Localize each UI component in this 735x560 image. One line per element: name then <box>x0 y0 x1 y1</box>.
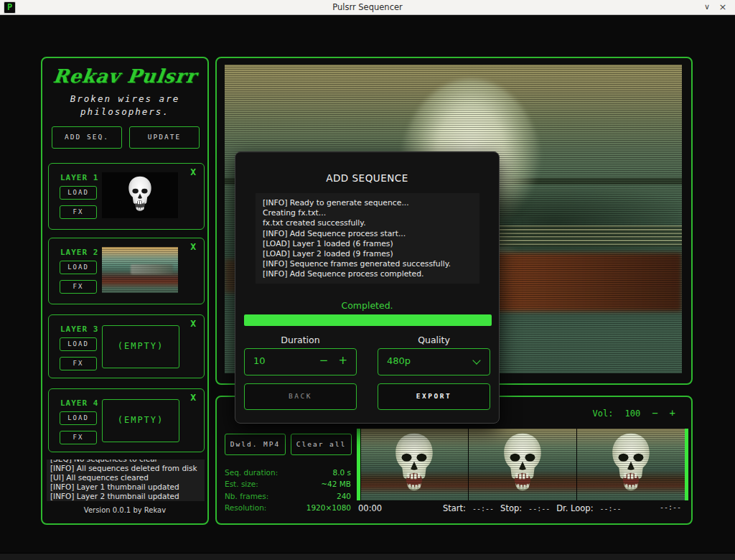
layer-card-3: X LAYER 3 LOAD FX (EMPTY) <box>48 314 205 378</box>
timeline-frame[interactable] <box>469 429 576 500</box>
layer-2-load-button[interactable]: LOAD <box>60 261 97 274</box>
add-sequence-dialog: ADD SEQUENCE [INFO] Ready to generate se… <box>235 151 500 424</box>
log-line: [LOAD] Layer 2 loaded (9 frames) <box>263 249 472 259</box>
volume-plus-button[interactable]: + <box>670 407 675 419</box>
window-title: Pulsrr Sequencer <box>0 0 735 15</box>
stat-value: 1920×1080 <box>306 502 351 513</box>
quality-value: 480p <box>387 355 411 366</box>
stat-value: 240 <box>337 490 351 502</box>
end-time: --:-- <box>660 503 681 511</box>
minimize-icon[interactable]: ∨ <box>699 0 715 15</box>
layer-3-close-button[interactable]: X <box>190 318 196 329</box>
timeline-end-marker[interactable] <box>685 429 688 500</box>
layer-4-load-button[interactable]: LOAD <box>60 411 97 425</box>
stat-label: Resolution: <box>225 502 266 513</box>
stat-value: ~42 MB <box>321 478 351 490</box>
add-seq-button[interactable]: ADD SEQ. <box>52 126 122 149</box>
stat-label: Seq. duration: <box>225 467 278 478</box>
skull-icon <box>122 175 158 215</box>
duration-value[interactable]: 10 <box>253 355 266 366</box>
log-line: [LOAD] Layer 1 loaded (6 frames) <box>263 239 472 249</box>
stat-label: Nb. frames: <box>225 490 268 502</box>
stop-label: Stop: <box>500 503 522 513</box>
log-line: [UI] All sequences cleared <box>50 473 201 482</box>
layer-4-fx-button[interactable]: FX <box>60 431 97 444</box>
layer-1-close-button[interactable]: X <box>190 167 196 177</box>
stat-label: Est. size: <box>225 478 258 490</box>
app-logo: Rekav Pulsrr <box>41 65 209 87</box>
quality-select[interactable]: 480p <box>378 348 490 375</box>
loop-value: --:-- <box>600 505 622 513</box>
log-line: [INFO] All sequences deleted from disk <box>50 464 201 473</box>
layer-2-fx-button[interactable]: FX <box>60 280 97 294</box>
download-mp4-button[interactable]: Dwld. MP4 <box>225 434 286 455</box>
layer-3-fx-button[interactable]: FX <box>60 357 97 370</box>
layer-card-2: X LAYER 2 LOAD FX <box>48 238 205 304</box>
timeline-strip[interactable] <box>357 429 688 500</box>
layer-3-empty-placeholder: (EMPTY) <box>102 325 179 368</box>
volume-label: Vol: <box>593 409 614 419</box>
window-titlebar: P Pulsrr Sequencer ∨ × <box>0 0 735 15</box>
layer-1-thumbnail <box>102 172 178 218</box>
layer-2-close-button[interactable]: X <box>190 241 196 252</box>
log-line: [INFO] Layer 2 thumbnail updated <box>50 492 201 501</box>
duration-field[interactable]: 10 − + <box>244 348 357 375</box>
stop-value: --:-- <box>528 505 550 513</box>
duration-label: Duration <box>244 335 357 345</box>
back-button[interactable]: BACK <box>244 383 357 410</box>
quality-label: Quality <box>378 335 490 345</box>
timeline-frame[interactable] <box>577 429 685 500</box>
dialog-title: ADD SEQUENCE <box>235 172 499 184</box>
layer-4-empty-placeholder: (EMPTY) <box>102 399 179 442</box>
timeline-frame[interactable] <box>361 429 469 500</box>
layer-1-title: LAYER 1 <box>60 173 98 182</box>
log-line: fx.txt created successfully. <box>263 218 472 228</box>
tagline: Broken wires are philosophers. <box>42 93 207 118</box>
stat-value: 8.0 s <box>332 467 351 478</box>
update-button[interactable]: UPDATE <box>129 126 200 149</box>
version-label: Version 0.0.1 by Rekav <box>42 506 207 514</box>
start-label: Start: <box>443 503 466 513</box>
log-line: [INFO] Add Sequence process completed. <box>263 269 472 279</box>
clear-all-button[interactable]: Clear all <box>291 434 352 455</box>
chevron-down-icon <box>472 356 480 364</box>
skull-icon <box>384 431 444 498</box>
sidebar-log: [SEQ] No sequences to clear [INFO] All s… <box>47 459 205 501</box>
volume-minus-button[interactable]: − <box>652 407 657 419</box>
skull-icon <box>492 431 553 498</box>
log-line: [INFO] Sequence frames generated success… <box>263 259 472 269</box>
layer-card-4: X LAYER 4 LOAD FX (EMPTY) <box>48 388 205 452</box>
log-line: [INFO] Ready to generate sequence... <box>263 198 472 208</box>
start-value: --:-- <box>472 505 494 513</box>
status-text: Completed. <box>235 300 499 311</box>
loop-label: Dr. Loop: <box>556 503 593 513</box>
window-bottom-edge <box>0 553 735 560</box>
export-button[interactable]: EXPORT <box>378 383 490 410</box>
progress-bar <box>244 314 492 326</box>
layer-2-title: LAYER 2 <box>60 248 98 257</box>
timeline-start-marker[interactable] <box>357 429 360 500</box>
layer-2-thumbnail <box>102 247 178 293</box>
layer-4-title: LAYER 4 <box>60 398 98 408</box>
progress-fill <box>244 314 492 326</box>
layer-3-title: LAYER 3 <box>60 325 98 334</box>
duration-minus-button[interactable]: − <box>319 354 329 367</box>
log-line: [INFO] Add Sequence process start... <box>263 229 472 239</box>
log-line: [INFO] Layer 1 thumbnail updated <box>50 482 201 492</box>
close-icon[interactable]: × <box>715 0 731 15</box>
duration-plus-button[interactable]: + <box>338 354 347 367</box>
layer-1-fx-button[interactable]: FX <box>60 205 97 219</box>
skull-icon <box>601 431 661 498</box>
layer-4-close-button[interactable]: X <box>190 392 196 403</box>
volume-value: 100 <box>624 409 640 419</box>
layer-3-load-button[interactable]: LOAD <box>60 337 97 351</box>
sequence-stats: Seq. duration:8.0 s Est. size:~42 MB Nb.… <box>225 467 351 514</box>
layer-1-load-button[interactable]: LOAD <box>60 186 97 200</box>
dialog-log: [INFO] Ready to generate sequence... Cre… <box>256 193 479 284</box>
layer-card-1: X LAYER 1 LOAD FX <box>48 163 205 230</box>
log-line: Creating fx.txt... <box>263 208 472 218</box>
current-time: 00:00 <box>358 503 382 513</box>
sidebar-panel: Rekav Pulsrr Broken wires are philosophe… <box>41 57 209 525</box>
